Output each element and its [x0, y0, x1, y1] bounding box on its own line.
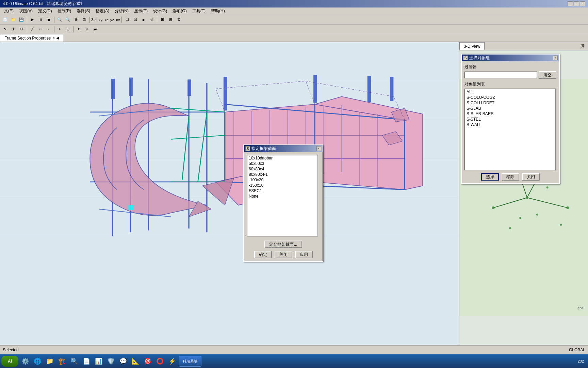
list-item-4[interactable]: 80x80x4-1	[247, 172, 317, 177]
taskbar-icon-1[interactable]: ⚙️	[20, 356, 31, 367]
menu-define[interactable]: 定义(D)	[35, 7, 55, 15]
taskbar-icon-3[interactable]: 📁	[44, 356, 55, 367]
tb-all-toggle[interactable]: all	[148, 16, 156, 24]
group-colu-cogz[interactable]: S-COLU-COGZ	[465, 95, 555, 100]
group-slab-bars[interactable]: S-SLAB-BARS	[465, 111, 555, 117]
active-app-btn[interactable]: 科瑞幕墙	[179, 356, 201, 367]
menu-analyze[interactable]: 分析(N)	[112, 7, 131, 15]
right-tab-bar: 3-D View 开	[459, 42, 588, 50]
tb-area[interactable]: ▭	[37, 26, 44, 33]
select-group-btn[interactable]: 选择	[481, 173, 499, 181]
tb-intersect[interactable]: ⊠	[175, 16, 183, 24]
list-item-3[interactable]: 60x80x4	[247, 166, 317, 172]
tab-close-btn[interactable]: ×	[53, 36, 55, 40]
list-item-8[interactable]: None	[247, 194, 317, 199]
menu-select[interactable]: 选择(S)	[74, 7, 93, 15]
menu-assign[interactable]: 指定(A)	[93, 7, 112, 15]
taskbar-icon-6[interactable]: 📄	[81, 356, 92, 367]
taskbar-icon-13[interactable]: ⚡	[167, 356, 178, 367]
tb-zoom-all[interactable]: ⊕	[72, 16, 80, 24]
tb-select-all[interactable]: ⊞	[159, 16, 166, 24]
tb-line[interactable]: ╱	[29, 26, 36, 33]
tab-frame-section[interactable]: Frame Section Properties × ◀	[0, 34, 63, 42]
minimize-btn[interactable]: _	[568, 1, 573, 6]
list-item-5[interactable]: -100x20	[247, 177, 317, 183]
taskbar-icon-8[interactable]: 🛡️	[105, 356, 116, 367]
tb-pause[interactable]: ⏸	[37, 16, 44, 24]
tb-move[interactable]: ✛	[10, 26, 17, 33]
group-listbox[interactable]: ALL S-COLU-COGZ S-COLU-DDET S-SLAB S-SLA…	[464, 89, 556, 170]
tab-pin-icon[interactable]: ◀	[56, 36, 59, 40]
taskbar-icon-7[interactable]: 📊	[93, 356, 104, 367]
list-item-2[interactable]: 50x50x3	[247, 161, 317, 166]
menu-display[interactable]: 显示(P)	[131, 7, 150, 15]
list-item-6[interactable]: -150x10	[247, 183, 317, 188]
select-group-close-x[interactable]: ×	[553, 56, 558, 60]
close-btn[interactable]: ×	[580, 1, 585, 6]
group-wall[interactable]: S-WALL	[465, 122, 555, 127]
menu-control[interactable]: 控制(R)	[55, 7, 74, 15]
taskbar-icon-9[interactable]: 💬	[118, 356, 129, 367]
tb-solid[interactable]: ■	[140, 16, 147, 24]
apply-btn[interactable]: 应用	[295, 251, 313, 258]
menu-file[interactable]: 文(E)	[1, 7, 16, 15]
taskbar-icon-2[interactable]: 🌐	[32, 356, 43, 367]
tb-zoom-out[interactable]: 🔍	[64, 16, 71, 24]
maximize-btn[interactable]: □	[574, 1, 579, 6]
menu-help[interactable]: 帮助(H)	[208, 7, 228, 15]
list-item-1[interactable]: 10x10daoban	[247, 155, 317, 161]
view-3d-label: 3-d	[91, 18, 97, 22]
close-btn-frame[interactable]: 关闭	[275, 251, 292, 258]
group-colu-ddet[interactable]: S-COLU-DDET	[465, 100, 555, 106]
taskbar-icon-11[interactable]: 🎯	[142, 356, 153, 367]
tb-cursor[interactable]: ↖	[1, 26, 9, 33]
filter-input[interactable]	[464, 72, 537, 78]
remove-group-btn[interactable]: 移除	[502, 173, 519, 181]
define-frame-section-btn[interactable]: 定义框架截面...	[264, 241, 302, 248]
left-viewport[interactable]: S 指定框架截面 × 10x10daoban 50x50x3 60x80x4 8…	[0, 42, 459, 345]
tb-run[interactable]: ▶	[29, 16, 36, 24]
ok-btn[interactable]: 确定	[254, 251, 272, 258]
menu-tools[interactable]: 工具(T)	[190, 7, 208, 15]
group-slab[interactable]: S-SLAB	[465, 106, 555, 111]
group-all[interactable]: ALL	[465, 89, 555, 95]
taskbar-icon-12[interactable]: ⭕	[154, 356, 165, 367]
taskbar-icon-10[interactable]: 📐	[130, 356, 141, 367]
tb-wire[interactable]: ☑	[132, 16, 139, 24]
taskbar-icon-4[interactable]: 🏗️	[56, 356, 67, 367]
tb-rotate[interactable]: ↺	[18, 26, 25, 33]
tb-copy[interactable]: ⎘	[83, 26, 91, 33]
main-content: S 指定框架截面 × 10x10daoban 50x50x3 60x80x4 8…	[0, 42, 588, 345]
select-group-title-bar[interactable]: S 选择对象组 ×	[462, 55, 559, 61]
tb-render[interactable]: ☐	[124, 16, 131, 24]
right-viewport[interactable]: 202 S 选择对象组 × 过滤器 清	[459, 50, 588, 345]
tb-grid[interactable]: ⊞	[64, 26, 71, 33]
tb-snap[interactable]: ⌖	[56, 26, 63, 33]
menu-options[interactable]: 选项(O)	[170, 7, 189, 15]
status-bar: Selected GLOBAL	[0, 345, 588, 354]
tb-sep-4	[121, 16, 123, 24]
tb-deselect[interactable]: ⊟	[167, 16, 175, 24]
tab-3d-view[interactable]: 3-D View	[459, 42, 485, 50]
menu-design[interactable]: 设计(G)	[150, 7, 170, 15]
tb-open[interactable]: 📁	[10, 16, 17, 24]
group-stel[interactable]: S-STEL	[465, 117, 555, 122]
clear-filter-btn[interactable]: 清空	[539, 71, 556, 79]
menu-view[interactable]: 视图(V)	[16, 7, 35, 15]
tb-zoom-in[interactable]: 🔍	[56, 16, 63, 24]
tb-zoom-win[interactable]: ⊡	[80, 16, 88, 24]
tb-extrude[interactable]: ⬆	[75, 26, 82, 33]
tb-mirror[interactable]: ⇌	[91, 26, 99, 33]
tb-new[interactable]: 📄	[1, 16, 9, 24]
right-panel-expand[interactable]: 开	[579, 42, 587, 50]
list-item-7[interactable]: FSEC1	[247, 188, 317, 194]
tb-stop[interactable]: ⏹	[45, 16, 52, 24]
section-listbox[interactable]: 10x10daoban 50x50x3 60x80x4 80x80x4-1 -1…	[247, 155, 318, 236]
dialog-title-bar[interactable]: S 指定框架截面 ×	[244, 145, 323, 152]
close-group-btn[interactable]: 关闭	[522, 173, 540, 181]
tb-save[interactable]: 💾	[18, 16, 25, 24]
taskbar-icon-5[interactable]: 🔍	[69, 356, 80, 367]
dialog-close-x[interactable]: ×	[316, 146, 321, 151]
start-button[interactable]: Ai	[1, 356, 18, 367]
tb-joint[interactable]: ·	[45, 26, 52, 33]
